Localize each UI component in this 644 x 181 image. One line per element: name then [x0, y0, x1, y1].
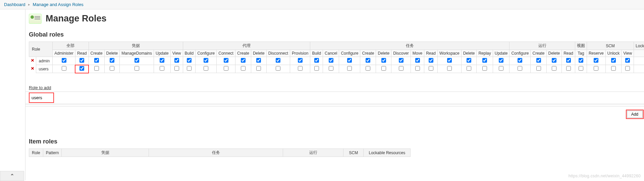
delete-icon[interactable]: [31, 66, 35, 70]
perm-checkbox[interactable]: [482, 66, 487, 71]
perm-checkbox[interactable]: [381, 58, 386, 63]
perm-checkbox[interactable]: [347, 66, 352, 71]
perm-checkbox[interactable]: [110, 58, 114, 63]
pattern-header: Pattern: [43, 149, 62, 157]
delete-icon[interactable]: [31, 58, 35, 62]
perm-checkbox[interactable]: [329, 58, 333, 63]
perm-header: Configure: [339, 50, 360, 57]
perm-header: Cancel: [323, 50, 339, 57]
perm-checkbox[interactable]: [399, 58, 404, 63]
perm-header: Configure: [196, 50, 217, 57]
perm-checkbox[interactable]: [381, 66, 386, 71]
item-roles-section: Item roles RolePattern凭据任务运行SCMLockable …: [29, 138, 644, 157]
perm-header: Reserve: [587, 50, 605, 57]
id-card-icon: [29, 14, 42, 24]
perm-checkbox[interactable]: [566, 58, 571, 63]
perm-checkbox[interactable]: [329, 66, 333, 71]
perm-checkbox[interactable]: [366, 58, 370, 63]
perm-checkbox[interactable]: [160, 58, 164, 63]
perm-checkbox[interactable]: [579, 66, 583, 71]
perm-checkbox[interactable]: [256, 66, 261, 71]
perm-checkbox[interactable]: [174, 58, 179, 63]
perm-checkbox[interactable]: [187, 58, 192, 63]
perm-header: View: [170, 50, 183, 57]
perm-checkbox[interactable]: [415, 58, 420, 63]
perm-checkbox[interactable]: [62, 66, 66, 71]
perm-checkbox[interactable]: [594, 66, 598, 71]
role-to-add-label: Role to add: [29, 85, 51, 90]
perm-checkbox[interactable]: [536, 66, 541, 71]
perm-checkbox[interactable]: [611, 66, 616, 71]
perm-header: Unlock: [605, 50, 622, 57]
perm-checkbox[interactable]: [611, 58, 616, 63]
perm-checkbox[interactable]: [241, 66, 246, 71]
perm-checkbox[interactable]: [499, 66, 503, 71]
perm-checkbox[interactable]: [625, 58, 630, 63]
perm-checkbox[interactable]: [276, 66, 280, 71]
perm-checkbox[interactable]: [429, 66, 433, 71]
perm-checkbox[interactable]: [366, 66, 370, 71]
perm-checkbox[interactable]: [224, 58, 228, 63]
perm-checkbox[interactable]: [298, 58, 303, 63]
breadcrumb: Dashboard ▸ Manage and Assign Roles: [0, 0, 644, 9]
perm-checkbox[interactable]: [79, 66, 84, 71]
table-row: users: [29, 65, 644, 73]
perm-checkbox[interactable]: [499, 58, 503, 63]
perm-checkbox[interactable]: [625, 66, 630, 71]
sidebar-collapse-toggle[interactable]: ⌃: [0, 171, 24, 180]
perm-checkbox[interactable]: [110, 66, 114, 71]
perm-checkbox[interactable]: [204, 66, 208, 71]
perm-checkbox[interactable]: [566, 66, 571, 71]
perm-checkbox[interactable]: [518, 66, 522, 71]
perm-checkbox[interactable]: [314, 66, 319, 71]
perm-checkbox[interactable]: [552, 66, 556, 71]
perm-group-header: Lockable Resources: [634, 42, 644, 50]
perm-checkbox[interactable]: [256, 58, 261, 63]
perm-checkbox[interactable]: [135, 58, 139, 63]
perm-checkbox[interactable]: [447, 58, 452, 63]
perm-checkbox[interactable]: [79, 58, 84, 63]
perm-checkbox[interactable]: [94, 58, 99, 63]
perm-header: Discover: [391, 50, 411, 57]
perm-header: Administer: [53, 50, 75, 57]
perm-header: Build: [310, 50, 323, 57]
perm-checkbox[interactable]: [94, 66, 99, 71]
breadcrumb-dashboard[interactable]: Dashboard: [4, 2, 25, 7]
perm-header: Update: [154, 50, 171, 57]
perm-checkbox[interactable]: [579, 58, 583, 63]
chevron-up-icon: ⌃: [10, 173, 14, 179]
perm-header: Create: [235, 50, 251, 57]
breadcrumb-current[interactable]: Manage and Assign Roles: [33, 2, 84, 7]
add-button[interactable]: Add: [627, 111, 643, 118]
perm-header: Delete: [461, 50, 477, 57]
perm-checkbox[interactable]: [347, 58, 352, 63]
perm-checkbox[interactable]: [174, 66, 179, 71]
perm-checkbox[interactable]: [482, 58, 487, 63]
perm-checkbox[interactable]: [552, 58, 556, 63]
perm-checkbox[interactable]: [536, 58, 541, 63]
perm-checkbox[interactable]: [241, 58, 246, 63]
perm-checkbox[interactable]: [298, 66, 303, 71]
perm-checkbox[interactable]: [160, 66, 164, 71]
perm-header: Workspace: [437, 50, 461, 57]
perm-header: Delete: [251, 50, 266, 57]
perm-checkbox[interactable]: [447, 66, 452, 71]
perm-checkbox[interactable]: [518, 58, 522, 63]
perm-checkbox[interactable]: [187, 66, 192, 71]
perm-header: Replay: [477, 50, 493, 57]
perm-header: Build: [183, 50, 196, 57]
perm-checkbox[interactable]: [415, 66, 420, 71]
perm-checkbox[interactable]: [276, 58, 280, 63]
perm-checkbox[interactable]: [467, 66, 471, 71]
perm-checkbox[interactable]: [62, 58, 66, 63]
perm-checkbox[interactable]: [399, 66, 404, 71]
perm-checkbox[interactable]: [314, 58, 319, 63]
perm-checkbox[interactable]: [204, 58, 208, 63]
perm-checkbox[interactable]: [135, 66, 139, 71]
item-roles-table: RolePattern凭据任务运行SCMLockable Resources: [29, 148, 411, 157]
perm-checkbox[interactable]: [594, 58, 598, 63]
role-to-add-input[interactable]: [29, 93, 54, 103]
perm-checkbox[interactable]: [429, 58, 433, 63]
perm-checkbox[interactable]: [224, 66, 228, 71]
perm-checkbox[interactable]: [467, 58, 471, 63]
